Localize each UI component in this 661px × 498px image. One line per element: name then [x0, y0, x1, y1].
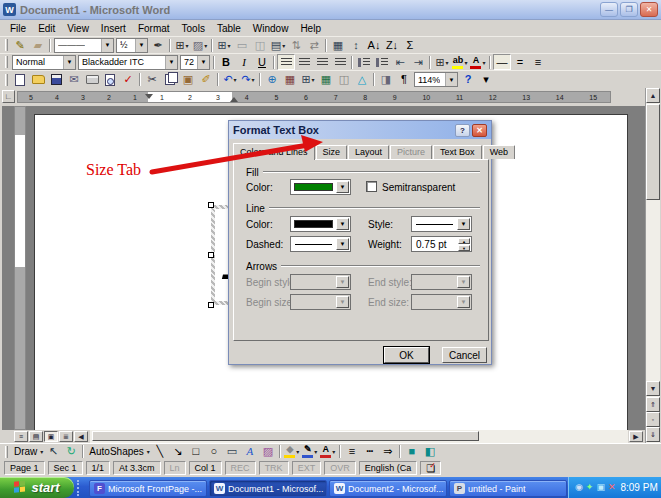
dialog-close-button[interactable]: ✕ [472, 124, 487, 137]
spin-down-icon[interactable]: ▼ [458, 245, 470, 251]
page-indicator[interactable]: Page 1 [4, 461, 45, 475]
oval-icon[interactable]: ○ [205, 444, 223, 460]
ovr-mode[interactable]: OVR [324, 461, 356, 475]
print-layout-view-button[interactable]: ▣ [44, 431, 58, 442]
tab-text-box[interactable]: Text Box [433, 145, 482, 159]
select-objects-icon[interactable]: ↖ [44, 444, 62, 460]
right-indent-marker[interactable] [230, 97, 238, 102]
web-layout-view-button[interactable]: ▤ [29, 431, 43, 442]
menu-insert[interactable]: Insert [95, 22, 132, 35]
toolbar-options-icon[interactable]: ▾ [477, 72, 495, 88]
print-icon[interactable] [83, 72, 101, 88]
select-browse-object-button[interactable]: ◦ [646, 412, 660, 427]
spelling-grammar-status-icon[interactable]: ❏✓ [420, 461, 441, 475]
minimize-button[interactable]: — [600, 2, 618, 17]
border-color-icon[interactable]: ✒ [149, 37, 167, 53]
justify-icon[interactable] [331, 54, 349, 70]
textbox-handle-top-left[interactable] [208, 202, 214, 208]
outside-border-dropdown[interactable]: ⊞▾ [173, 37, 191, 53]
task-document2-microsof[interactable]: WDocument2 - Microsof... [329, 480, 447, 497]
rectangle-icon[interactable]: □ [187, 444, 205, 460]
column-indicator[interactable]: Col 1 [189, 461, 222, 475]
align-left-icon[interactable] [277, 54, 295, 70]
cell-alignment-dropdown[interactable]: ▤▾ [269, 37, 287, 53]
horizontal-ruler[interactable]: 54321 123 456789101112131415 [17, 91, 611, 103]
quick-launch-handle[interactable] [77, 480, 85, 496]
semitransparent-checkbox[interactable] [366, 181, 377, 192]
task-microsoft-frontpage[interactable]: FMicrosoft FrontPage -... [89, 480, 207, 497]
autosum-icon[interactable]: Σ [401, 37, 419, 53]
scroll-down-button[interactable]: ▼ [646, 381, 660, 396]
border-double-line-icon[interactable]: = [511, 54, 529, 70]
arrow-icon[interactable]: ↘ [169, 444, 187, 460]
insert-wordart-icon[interactable]: A [241, 444, 259, 460]
toolbar-grip[interactable] [5, 56, 8, 68]
new-blank-document-icon[interactable] [11, 72, 29, 88]
menu-window[interactable]: Window [247, 22, 295, 35]
highlight-icon[interactable]: ab▾ [451, 54, 469, 70]
insert-clip-art-icon[interactable]: ▨ [259, 444, 277, 460]
arrow-style-icon[interactable]: ⇒ [379, 444, 397, 460]
tray-volume-muted-icon[interactable]: ✕ [608, 483, 616, 492]
dropdown-arrow-icon[interactable]: ▼ [336, 238, 349, 250]
line-indicator[interactable]: Ln [164, 461, 186, 475]
line-style-icon[interactable]: ≡ [343, 444, 361, 460]
insert-hyperlink-icon[interactable]: ⊕ [263, 72, 281, 88]
bold-icon[interactable]: B [217, 54, 235, 70]
menu-edit[interactable]: Edit [32, 22, 61, 35]
scroll-up-button[interactable]: ▲ [646, 88, 660, 103]
spin-up-icon[interactable]: ▲ [458, 238, 470, 244]
cancel-button[interactable]: Cancel [442, 347, 487, 363]
shadow-style-icon[interactable]: ■ [403, 444, 421, 460]
table-autoformat-icon[interactable]: ▦ [329, 37, 347, 53]
menu-table[interactable]: Table [211, 22, 247, 35]
paste-icon[interactable]: ▣ [179, 72, 197, 88]
fill-color-icon[interactable]: ◆▾ [283, 444, 301, 460]
save-icon[interactable] [47, 72, 65, 88]
sort-ascending-icon[interactable]: A↓ [365, 37, 383, 53]
document-map-icon[interactable]: ◨ [377, 72, 395, 88]
tray-network-icon[interactable]: ▣ [596, 483, 605, 492]
font-color-icon[interactable]: A▾ [469, 54, 487, 70]
weight-spinner[interactable]: 0.75 pt ▲ ▼ [411, 236, 472, 252]
close-button[interactable]: ✕ [640, 2, 658, 17]
dropdown-arrow-icon[interactable]: ▼ [457, 218, 470, 230]
first-line-indent-marker[interactable] [145, 94, 153, 99]
fill-color-dropdown[interactable]: ▼ [290, 179, 351, 195]
start-button[interactable]: start [0, 477, 74, 498]
language-indicator[interactable]: English (Ca [359, 461, 418, 475]
menu-format[interactable]: Format [132, 22, 176, 35]
change-text-direction-icon[interactable]: ↕ [347, 37, 365, 53]
menu-help[interactable]: Help [294, 22, 327, 35]
text-box-icon[interactable]: ▭ [223, 444, 241, 460]
bullets-icon[interactable] [373, 54, 391, 70]
border-thick-line-icon[interactable]: ≡ [529, 54, 547, 70]
task-untitled-paint[interactable]: Puntitled - Paint [449, 480, 567, 497]
font-color-icon[interactable]: A▾ [319, 444, 337, 460]
line-color-icon[interactable]: ✎▾ [301, 444, 319, 460]
line-icon[interactable]: ╲ [151, 444, 169, 460]
toolbar-grip[interactable] [5, 39, 8, 51]
draw-table-icon[interactable]: ✎ [11, 37, 29, 53]
toolbar-grip[interactable] [5, 74, 8, 86]
draw-menu[interactable]: Draw▾ [11, 444, 44, 460]
insert-table-dropdown[interactable]: ⊞▾ [299, 72, 317, 88]
restore-button[interactable]: ❐ [620, 2, 638, 17]
drawing-icon[interactable]: △ [353, 72, 371, 88]
line-style-dropdown[interactable]: ▼ [411, 216, 472, 232]
at-position-indicator[interactable]: At 3.3cm [113, 461, 161, 475]
rec-mode[interactable]: REC [225, 461, 256, 475]
increase-indent-icon[interactable]: ⇥ [409, 54, 427, 70]
redo-dropdown[interactable]: ↷▾ [239, 72, 257, 88]
autoshapes-menu[interactable]: AutoShapes▾ [86, 444, 151, 460]
border-dropdown[interactable]: ⊞▾ [433, 54, 451, 70]
numbering-icon[interactable] [355, 54, 373, 70]
zoom-combo[interactable]: 114%▼ [414, 72, 458, 87]
line-weight-combo[interactable]: ½▼ [116, 38, 148, 53]
insert-excel-worksheet-icon[interactable]: ▦ [317, 72, 335, 88]
page-count-indicator[interactable]: 1/1 [86, 461, 111, 475]
border-single-line-icon[interactable]: — [493, 54, 511, 70]
window-titlebar[interactable]: W Document1 - Microsoft Word —❐✕ [0, 0, 661, 20]
vertical-ruler[interactable] [14, 106, 26, 430]
dash-style-icon[interactable]: ┅ [361, 444, 379, 460]
